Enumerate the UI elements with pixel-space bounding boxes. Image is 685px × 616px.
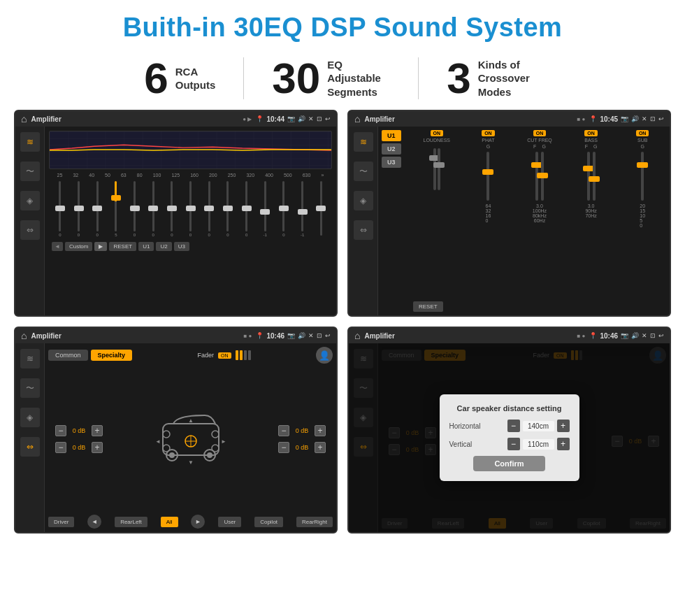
cutfreq-sliders: [535, 149, 544, 203]
sub-slider[interactable]: [641, 152, 644, 201]
cutfreq-slider-g[interactable]: [541, 152, 544, 201]
vertical-plus-btn[interactable]: +: [557, 438, 570, 450]
eq-icon-3[interactable]: ≋: [20, 349, 40, 368]
right-nav-btn[interactable]: ►: [191, 515, 205, 529]
confirm-button[interactable]: Confirm: [473, 456, 545, 471]
db-minus-4[interactable]: −: [278, 442, 289, 453]
db-plus-4[interactable]: +: [315, 442, 326, 453]
db-plus-3[interactable]: +: [315, 425, 326, 436]
db-plus-1[interactable]: +: [92, 425, 103, 436]
phat-on-badge[interactable]: ON: [482, 130, 495, 136]
bass-on-badge[interactable]: ON: [584, 130, 598, 136]
db-minus-3[interactable]: −: [278, 425, 289, 436]
cutfreq-control: ON CUT FREQ FG 3.0100Hz80kHz60Hz: [516, 130, 563, 223]
rearleft-btn[interactable]: RearLeft: [115, 517, 147, 527]
eq-slider-5[interactable]: 0: [127, 181, 143, 237]
screen3-bottom-btns: Driver ◄ RearLeft All ► User Copilot Rea…: [48, 515, 333, 529]
eq-slider-8[interactable]: 0: [182, 181, 199, 237]
arrows-icon-2[interactable]: ⇔: [354, 220, 373, 240]
status-icons-2: 📍 10:45 📷 🔊 ✕ ⊡ ↩: [589, 115, 664, 123]
home-icon-2[interactable]: ⌂: [354, 113, 360, 124]
horizontal-plus-btn[interactable]: +: [557, 420, 570, 432]
u3-btn[interactable]: U3: [174, 242, 189, 251]
horizontal-minus-btn[interactable]: −: [507, 420, 520, 432]
u2-preset-btn[interactable]: U2: [382, 143, 401, 155]
volume-icon-2: 🔊: [631, 115, 639, 122]
eq-slider-3[interactable]: 0: [89, 181, 106, 237]
person-icon-3[interactable]: 👤: [316, 347, 333, 364]
copilot-btn[interactable]: Copilot: [254, 517, 283, 527]
bass-slider-g[interactable]: [593, 152, 596, 201]
loudness-slider-2[interactable]: [438, 148, 440, 190]
screen3-body: ≋ 〜 ◈ ⇔ Common Specialty Fader ON: [15, 343, 336, 532]
sub-on-badge[interactable]: ON: [636, 130, 649, 136]
rearright-btn[interactable]: RearRight: [296, 517, 333, 527]
left-db-controls: − 0 dB + − 0 dB +: [55, 425, 103, 453]
screen1-sidebar: ≋ 〜 ◈ ⇔: [15, 127, 45, 315]
db-value-3: 0 dB: [292, 427, 312, 434]
camera-icon-4: 📷: [621, 332, 628, 339]
vertical-minus-btn[interactable]: −: [507, 438, 520, 450]
eq-icon-2[interactable]: ≋: [354, 132, 373, 152]
speaker-icon-1[interactable]: ◈: [20, 191, 40, 210]
u1-btn[interactable]: U1: [138, 242, 154, 251]
screen3-time: 10:46: [266, 332, 284, 340]
wave-icon-3[interactable]: 〜: [20, 378, 40, 398]
prev-btn[interactable]: ◄: [52, 242, 63, 251]
arrows-icon-3[interactable]: ⇔: [20, 437, 40, 457]
eq-slider-4[interactable]: 5: [108, 181, 124, 237]
u3-preset-btn[interactable]: U3: [382, 157, 401, 168]
eq-slider-6[interactable]: 0: [145, 181, 161, 237]
eq-slider-1[interactable]: 0: [52, 181, 68, 237]
u1-preset-btn[interactable]: U1: [382, 130, 401, 141]
common-tab[interactable]: Common: [48, 350, 88, 361]
home-icon-1[interactable]: ⌂: [21, 113, 27, 124]
u2-btn[interactable]: U2: [156, 242, 171, 251]
eq-slider-12[interactable]: -1: [257, 181, 273, 237]
driver-btn[interactable]: Driver: [48, 517, 74, 527]
fader-on-badge[interactable]: ON: [218, 352, 231, 359]
left-nav-btn[interactable]: ◄: [87, 515, 101, 529]
user-btn[interactable]: User: [218, 517, 241, 527]
wave-icon-2[interactable]: 〜: [354, 162, 373, 181]
speaker-icon-2[interactable]: ◈: [354, 191, 373, 210]
specialty-tab[interactable]: Specialty: [91, 350, 133, 361]
eq-slider-7[interactable]: 0: [164, 181, 180, 237]
eq-slider-15[interactable]: [312, 181, 329, 237]
close-icon-2: ✕: [642, 115, 647, 122]
speaker-icon-3[interactable]: ◈: [20, 408, 40, 427]
eq-slider-9[interactable]: 0: [201, 181, 217, 237]
eq-sliders-area: 0 0 0 5: [49, 181, 332, 237]
home-icon-4[interactable]: ⌂: [354, 330, 360, 341]
screen2-content: U1 U2 U3 ON LOUDNESS: [378, 127, 670, 315]
reset-btn-eq[interactable]: RESET: [109, 242, 136, 251]
eq-icon-1[interactable]: ≋: [20, 132, 40, 152]
db-minus-2[interactable]: −: [55, 442, 66, 453]
stat-rca: 6 RCAOutputs: [116, 57, 243, 100]
svg-point-9: [212, 445, 219, 452]
db-plus-2[interactable]: +: [92, 442, 103, 453]
phat-slider[interactable]: [486, 152, 489, 201]
all-btn[interactable]: All: [161, 517, 178, 527]
bass-control: ON BASS FG 3.090Hz70Hz: [568, 130, 615, 218]
home-icon-3[interactable]: ⌂: [21, 330, 27, 341]
wave-icon-1[interactable]: 〜: [20, 162, 40, 181]
eq-slider-11[interactable]: 0: [238, 181, 255, 237]
eq-slider-10[interactable]: 0: [219, 181, 236, 237]
eq-slider-14[interactable]: -1: [294, 181, 311, 237]
eq-slider-2[interactable]: 0: [71, 181, 87, 237]
reset-btn-screen2[interactable]: RESET: [413, 301, 443, 312]
amp-controls: ON LOUDNESS ON PHAT G: [413, 130, 666, 312]
sub-label: SUB: [637, 138, 647, 143]
arrows-icon-1[interactable]: ⇔: [20, 220, 40, 240]
phat-label: PHAT: [482, 138, 494, 143]
loudness-slider-1[interactable]: [433, 148, 436, 190]
screen3-fader: ⌂ Amplifier ■ ● 📍 10:46 📷 🔊 ✕ ⊡ ↩ ≋ 〜 ◈: [14, 327, 338, 533]
eq-slider-13[interactable]: 0: [275, 181, 292, 237]
cutfreq-on-badge[interactable]: ON: [533, 130, 547, 136]
play-btn[interactable]: ▶: [94, 242, 107, 251]
eq-bottom-bar: ◄ Custom ▶ RESET U1 U2 U3: [49, 240, 332, 253]
db-minus-1[interactable]: −: [55, 425, 66, 436]
sub-g-label: G: [640, 144, 644, 149]
loudness-on-badge[interactable]: ON: [431, 130, 444, 136]
